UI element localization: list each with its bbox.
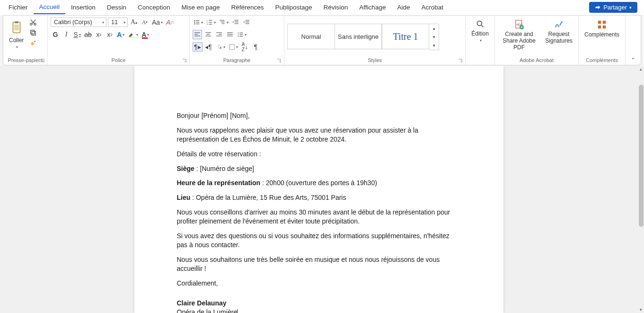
collapse-ribbon-button[interactable]: ⌄	[628, 53, 638, 62]
tab-accueil[interactable]: Accueil	[34, 0, 66, 14]
vertical-scrollbar[interactable]: ▴ ▾	[637, 66, 644, 313]
clipboard-launcher[interactable]	[40, 58, 44, 63]
svg-rect-41	[238, 33, 238, 36]
paste-button[interactable]: Coller ▾	[6, 18, 26, 51]
font-color-button[interactable]: A▾	[141, 30, 150, 39]
tab-affichage[interactable]: Affichage	[353, 1, 391, 14]
svg-rect-42	[239, 33, 243, 33]
outdent-icon	[232, 19, 239, 26]
request-sign-button[interactable]: Request Signatures	[542, 18, 575, 46]
style-normal[interactable]: Normal	[287, 24, 335, 49]
bold-button[interactable]: G	[51, 30, 60, 39]
styles-launcher[interactable]	[458, 58, 462, 63]
scissors-icon	[29, 18, 37, 26]
svg-rect-26	[246, 20, 249, 20]
numbering-button[interactable]: 123▾	[205, 18, 217, 27]
decrease-indent-button[interactable]	[231, 18, 240, 27]
font-name-combo[interactable]: Calibri (Corps)▾	[51, 18, 106, 27]
scroll-up-button[interactable]: ▴	[638, 67, 643, 72]
page[interactable]: Bonjour [Prénom] [Nom], Nous vous rappel…	[134, 66, 503, 313]
tab-publipostage[interactable]: Publipostage	[270, 1, 318, 14]
addins-label: Compléments	[584, 31, 619, 38]
rtl-button[interactable]: ◂¶	[204, 42, 213, 52]
align-center-button[interactable]	[203, 30, 213, 39]
styles-more-button[interactable]: ▾	[429, 41, 439, 50]
svg-point-8	[194, 20, 195, 21]
show-marks-button[interactable]: ¶	[251, 42, 261, 52]
text-effects-button[interactable]: A▾	[116, 30, 125, 39]
svg-rect-52	[598, 26, 601, 28]
group-styles: Normal Sans interligne Titre 1 ▴ ▾ ▾ Sty…	[284, 16, 466, 65]
paste-label: Coller	[9, 37, 24, 44]
superscript-button[interactable]: x2	[105, 30, 115, 39]
styles-up-button[interactable]: ▴	[429, 24, 439, 33]
create-pdf-button[interactable]: PDF Create and Share Adobe PDF	[498, 18, 540, 53]
paragraph-launcher[interactable]	[276, 58, 281, 63]
svg-rect-40	[227, 36, 233, 36]
line-spacing-button[interactable]: ▾	[236, 30, 247, 39]
tab-insertion[interactable]: Insertion	[65, 1, 101, 14]
grid-icon	[597, 19, 607, 30]
tab-acrobat[interactable]: Acrobat	[415, 1, 449, 14]
svg-point-12	[194, 23, 195, 24]
group-edition: Édition ▾	[466, 16, 495, 65]
font-launcher[interactable]	[182, 58, 186, 63]
multilevel-button[interactable]: ▾	[218, 18, 229, 27]
format-painter-button[interactable]	[28, 38, 38, 48]
svg-rect-37	[216, 36, 222, 36]
font-size-combo[interactable]: 11▾	[108, 18, 128, 27]
increase-indent-button[interactable]	[242, 18, 251, 27]
scroll-thumb[interactable]	[639, 85, 644, 227]
scroll-down-button[interactable]: ▾	[638, 307, 643, 312]
subscript-button[interactable]: x2	[94, 30, 104, 39]
align-left-icon	[194, 31, 201, 38]
bullets-button[interactable]: ▾	[193, 18, 204, 27]
styles-down-button[interactable]: ▾	[429, 33, 439, 41]
change-case-button[interactable]: Aa▾	[151, 18, 164, 27]
share-button[interactable]: Partager ▾	[589, 2, 637, 13]
tab-aide[interactable]: Aide	[391, 1, 415, 14]
ltr-button[interactable]: ¶▸	[193, 42, 203, 52]
svg-rect-19	[209, 24, 212, 25]
style-heading1[interactable]: Titre 1	[382, 24, 429, 49]
justify-button[interactable]	[225, 30, 235, 39]
svg-rect-5	[32, 31, 36, 35]
svg-point-10	[194, 22, 195, 23]
strike-button[interactable]: ab	[83, 30, 93, 39]
style-no-spacing[interactable]: Sans interligne	[335, 24, 382, 49]
borders-button[interactable]: ▾	[228, 42, 239, 52]
chevron-down-icon: ▾	[629, 5, 632, 10]
svg-rect-38	[227, 32, 233, 33]
shrink-font-button[interactable]: A▾	[140, 18, 150, 27]
edition-label: Édition	[471, 30, 489, 37]
italic-button[interactable]: I	[62, 30, 71, 39]
tab-dessin[interactable]: Dessin	[101, 1, 132, 14]
tab-references[interactable]: Références	[225, 1, 269, 14]
font-name-value: Calibri (Corps)	[54, 19, 92, 26]
tab-fichier[interactable]: Fichier	[3, 1, 34, 14]
svg-point-46	[477, 21, 482, 26]
svg-rect-31	[194, 36, 200, 36]
tab-revision[interactable]: Révision	[318, 1, 354, 14]
doc-place: Lieu : Opéra de la Lumière, 15 Rue des A…	[177, 193, 461, 202]
clear-format-button[interactable]: A◇	[165, 18, 175, 27]
align-right-button[interactable]	[214, 30, 224, 39]
tab-conception[interactable]: Conception	[132, 1, 176, 14]
tab-mise-en-page[interactable]: Mise en page	[176, 1, 225, 14]
highlight-button[interactable]: ▾	[127, 30, 139, 39]
svg-rect-39	[227, 34, 233, 35]
group-styles-label: Styles	[368, 57, 382, 63]
sort-button[interactable]: AZ↓	[240, 42, 250, 52]
addins-button[interactable]: Compléments	[582, 18, 622, 40]
copy-button[interactable]	[28, 28, 38, 37]
grow-font-button[interactable]: A▴	[129, 18, 139, 27]
align-left-button[interactable]	[193, 30, 202, 39]
cut-button[interactable]	[28, 18, 38, 27]
shading-button[interactable]: ▾	[215, 42, 226, 52]
document-area[interactable]: Bonjour [Prénom] [Nom], Nous vous rappel…	[0, 66, 637, 313]
group-acrobat: PDF Create and Share Adobe PDF Request S…	[495, 16, 579, 65]
underline-button[interactable]: S▾	[72, 30, 82, 39]
svg-rect-1	[15, 21, 18, 23]
edition-button[interactable]: Édition ▾	[468, 18, 492, 45]
create-pdf-label: Create and Share Adobe PDF	[501, 31, 538, 51]
